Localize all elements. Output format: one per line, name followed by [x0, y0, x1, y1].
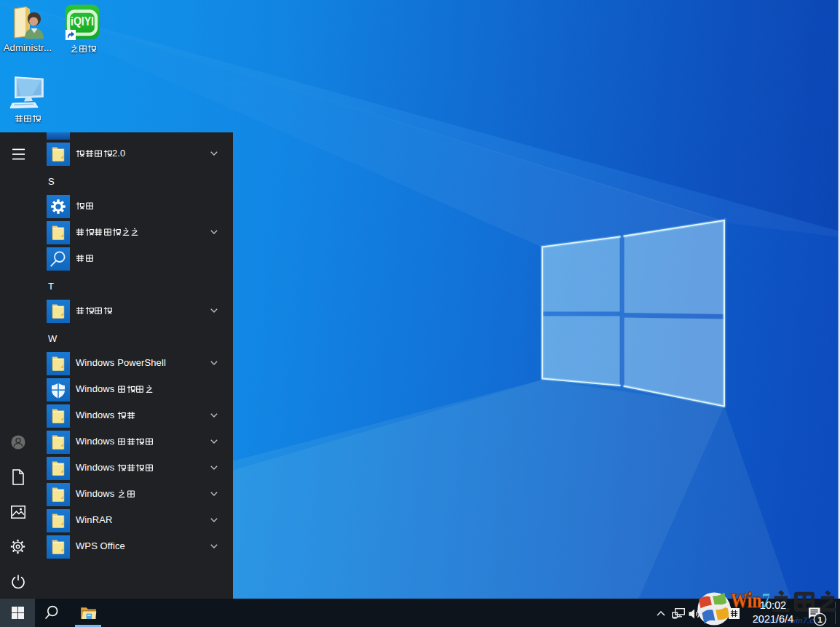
svg-text:1: 1	[817, 615, 823, 623]
svg-text:iQIYI: iQIYI	[71, 15, 94, 28]
